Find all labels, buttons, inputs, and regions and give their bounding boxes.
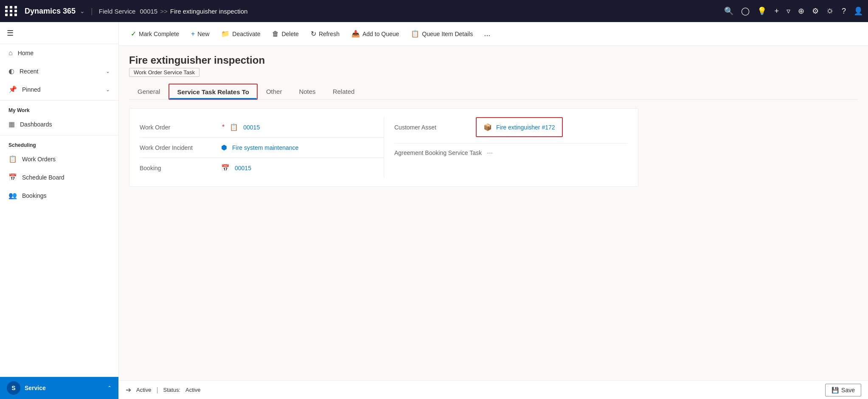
recent-chevron: ⌄: [106, 68, 110, 74]
tab-service-task-label: Service Task Relates To: [177, 88, 249, 96]
sidebar-item-recent-label: Recent: [20, 68, 38, 75]
app-grid-icon[interactable]: [5, 6, 18, 16]
sidebar-divider-2: [0, 135, 118, 135]
add-icon[interactable]: +: [774, 7, 779, 16]
delete-button[interactable]: 🗑 Delete: [267, 28, 303, 40]
status-bar: ➔ Active | Status: Active 💾 Save: [119, 380, 868, 399]
sidebar: ☰ ⌂ Home ◐ Recent ⌄ 📌 Pinned ⌄ My Work ▦…: [0, 22, 119, 399]
sidebar-bottom-chevron: ⌃: [107, 385, 112, 391]
help-icon[interactable]: ?: [842, 7, 846, 16]
tab-service-task-relates-to[interactable]: Service Task Relates To: [169, 84, 258, 100]
page-name-breadcrumb: Fire extinguisher inspection: [170, 8, 248, 15]
top-nav-icons: 🔍 ◯ 💡 + ▿ ⊕ ⚙ ⛭ ? 👤: [724, 6, 863, 16]
deactivate-button[interactable]: 📁 Deactivate: [216, 27, 265, 40]
record-header: Fire extinguisher inspection Work Order …: [129, 54, 858, 77]
tab-other[interactable]: Other: [258, 84, 291, 99]
app-chevron[interactable]: ⌄: [80, 8, 85, 14]
settings-icon[interactable]: ⚙: [812, 6, 819, 16]
sidebar-bottom-service[interactable]: S Service ⌃: [0, 377, 118, 399]
more-options-button[interactable]: ...: [480, 27, 494, 41]
form-left-column: Work Order * 📋 00015 Work Order Incident…: [140, 117, 384, 178]
sidebar-header: ☰: [0, 22, 118, 44]
new-label: New: [197, 31, 209, 37]
work-order-incident-label: Work Order Incident: [140, 144, 216, 151]
sidebar-item-dashboards[interactable]: ▦ Dashboards: [0, 115, 118, 133]
sidebar-item-schedule-board-label: Schedule Board: [22, 174, 65, 181]
queue-item-details-label: Queue Item Details: [422, 31, 473, 37]
booking-icon: 📅: [221, 164, 230, 172]
booking-label: Booking: [140, 165, 216, 171]
circle-plus-icon[interactable]: ⊕: [798, 6, 804, 16]
tab-notes-label: Notes: [299, 88, 315, 95]
work-order-incident-value[interactable]: Fire system maintenance: [232, 144, 298, 151]
work-order-row: Work Order * 📋 00015: [140, 117, 384, 138]
record-title: Fire extinguisher inspection: [129, 54, 858, 66]
expand-icon[interactable]: ➔: [126, 386, 131, 394]
tab-related-label: Related: [333, 88, 355, 95]
work-order-incident-icon: ⬢: [221, 143, 227, 152]
work-order-required: *: [222, 124, 225, 131]
agreement-booking-row: Agreement Booking Service Task ---: [394, 143, 628, 162]
bulb-icon[interactable]: 💡: [757, 6, 767, 16]
sidebar-bottom-label: Service: [25, 385, 46, 391]
mark-complete-button[interactable]: ✓ Mark Complete: [126, 27, 184, 40]
schedule-board-icon: 📅: [8, 173, 17, 181]
save-button[interactable]: 💾 Save: [825, 384, 861, 396]
work-order-value[interactable]: 00015: [243, 124, 260, 131]
user-icon[interactable]: 👤: [854, 6, 863, 16]
new-button[interactable]: + New: [186, 28, 214, 40]
form-card: Work Order * 📋 00015 Work Order Incident…: [129, 108, 638, 187]
sidebar-item-schedule-board[interactable]: 📅 Schedule Board: [0, 168, 118, 186]
sidebar-item-recent[interactable]: ◐ Recent ⌄: [0, 62, 118, 80]
sidebar-divider-1: [0, 100, 118, 101]
recent-icon: ◐: [8, 67, 14, 75]
queue-item-details-button[interactable]: 📋 Queue Item Details: [406, 27, 478, 40]
sidebar-item-home[interactable]: ⌂ Home: [0, 44, 118, 62]
agreement-booking-value: ---: [487, 149, 493, 156]
nav-separator-1: |: [91, 7, 93, 16]
add-to-queue-icon: 📥: [351, 30, 360, 38]
deactivate-icon: 📁: [221, 30, 230, 38]
toolbar: ✓ Mark Complete + New 📁 Deactivate 🗑 Del…: [119, 22, 868, 46]
tab-related[interactable]: Related: [324, 84, 363, 99]
filter-icon[interactable]: ▿: [787, 6, 790, 16]
app-brand[interactable]: Dynamics 365: [25, 7, 76, 16]
refresh-button[interactable]: ↻ Refresh: [306, 27, 345, 40]
sidebar-item-work-orders[interactable]: 📋 Work Orders: [0, 150, 118, 168]
tab-notes[interactable]: Notes: [290, 84, 324, 99]
search-icon[interactable]: 🔍: [724, 6, 733, 16]
content-area: ✓ Mark Complete + New 📁 Deactivate 🗑 Del…: [119, 22, 868, 399]
record-id-breadcrumb[interactable]: 00015: [140, 8, 157, 15]
agreement-booking-label: Agreement Booking Service Task: [394, 149, 482, 156]
save-label: Save: [841, 387, 855, 393]
status-value: Active: [185, 387, 200, 393]
sidebar-item-pinned[interactable]: 📌 Pinned ⌄: [0, 80, 118, 98]
sidebar-section-scheduling: Scheduling: [0, 137, 118, 150]
sidebar-item-work-orders-label: Work Orders: [22, 156, 56, 163]
tasks-icon[interactable]: ◯: [741, 6, 750, 16]
sidebar-item-bookings[interactable]: 👥 Bookings: [0, 186, 118, 205]
delete-icon: 🗑: [272, 30, 279, 38]
field-service-label[interactable]: Field Service: [99, 8, 136, 15]
tabs-bar: General Service Task Relates To Other No…: [129, 84, 858, 100]
add-to-queue-button[interactable]: 📥 Add to Queue: [346, 27, 404, 40]
form-right-column: Customer Asset 📦 Fire extinguisher #172 …: [384, 117, 628, 178]
customer-asset-box[interactable]: 📦 Fire extinguisher #172: [476, 117, 563, 137]
pinned-icon: 📌: [8, 85, 17, 93]
new-plus-icon: +: [191, 30, 195, 38]
tab-general[interactable]: General: [129, 84, 169, 99]
customer-asset-value[interactable]: Fire extinguisher #172: [496, 124, 555, 131]
hamburger-menu[interactable]: ☰: [7, 28, 14, 38]
tab-other-label: Other: [266, 88, 282, 95]
booking-value[interactable]: 00015: [235, 165, 251, 171]
page-content: Fire extinguisher inspection Work Order …: [119, 46, 868, 380]
refresh-label: Refresh: [319, 31, 340, 37]
active-status: Active: [136, 387, 151, 393]
customer-asset-icon: 📦: [483, 123, 492, 131]
pinned-chevron: ⌄: [106, 87, 110, 93]
form-grid: Work Order * 📋 00015 Work Order Incident…: [140, 117, 628, 178]
add-to-queue-label: Add to Queue: [362, 31, 399, 37]
sidebar-item-dashboards-label: Dashboards: [20, 121, 52, 128]
save-icon: 💾: [831, 387, 839, 393]
gear-icon[interactable]: ⛭: [826, 7, 834, 16]
